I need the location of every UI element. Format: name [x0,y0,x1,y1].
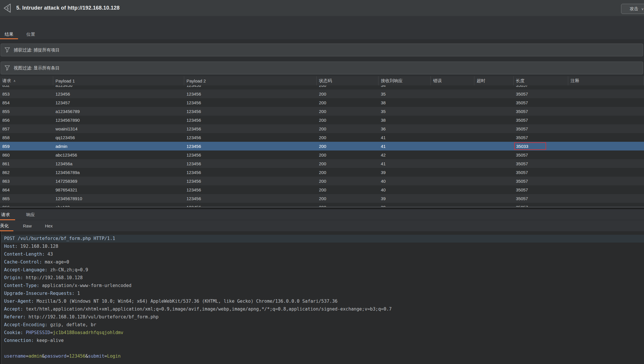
table-cell: 860 [0,150,53,159]
table-cell [431,124,474,133]
table-cell: 861 [0,159,53,168]
table-cell: 35057 [514,159,568,168]
table-cell: 38 [378,116,431,124]
attack-button[interactable]: 攻击 ∨ [621,4,644,14]
table-row[interactable]: 857woaini13141234562003635057 [0,124,644,133]
table-row[interactable]: 859admin1234562004135033 [0,142,644,150]
table-cell: 200 [317,133,378,142]
table-cell: 39 [378,194,431,203]
table-cell [568,150,644,159]
table-cell [431,142,474,150]
table-row[interactable]: 866abc1231234562003935057 [0,203,644,207]
request-line: Accept: text/html,application/xhtml+xml,… [1,305,644,313]
request-line: Referer: http://192.168.10.128/vul/burte… [1,313,644,321]
table-cell: 853 [0,89,53,98]
column-header-timeout[interactable]: 超时 [474,76,514,85]
tab-response-label: 响应 [26,212,35,218]
table-cell [431,85,474,89]
view-filter-bar[interactable]: 视图过滤: 显示所有条目 [1,62,643,74]
table-cell: 200 [317,185,378,194]
table-cell [568,98,644,107]
table-cell: 200 [317,168,378,177]
filter-funnel-icon [4,65,10,71]
table-cell: 858 [0,133,53,142]
capture-filter-bar[interactable]: 捕获过滤: 捕捉所有项目 [1,44,643,56]
table-row[interactable]: 855a1234567891234562003535057 [0,107,644,116]
table-cell [568,116,644,124]
table-cell: 866 [0,203,53,207]
table-cell [474,133,514,142]
table-row[interactable]: 858qq1234561234562004135057 [0,133,644,142]
table-cell: 200 [317,107,378,116]
column-header-status[interactable]: 状态码 [317,76,378,85]
table-row[interactable]: 8531234561234562003535057 [0,89,644,98]
request-editor[interactable]: POST /vul/burteforce/bf_form.php HTTP/1.… [0,231,644,364]
column-header-error[interactable]: 错误 [431,76,474,85]
table-row[interactable]: 865123456789101234562003935057 [0,194,644,203]
table-row[interactable]: 8649876543211234562004035057 [0,185,644,194]
table-row[interactable]: 861123456a1234562004135057 [0,159,644,168]
table-cell [568,89,644,98]
tab-positions[interactable]: 位置 [21,29,40,39]
table-cell: 123456 [184,116,317,124]
sort-ascending-icon: ∧ [13,79,16,83]
results-rows: 852a123456123456200343505785312345612345… [0,85,644,207]
intruder-window: { "header": { "title": "5. Intruder atta… [0,0,644,364]
column-header-length[interactable]: 长度 [514,76,568,85]
tab-hex[interactable]: Hex [41,220,57,231]
table-cell: 200 [317,116,378,124]
table-cell: 35057 [514,89,568,98]
table-cell [474,159,514,168]
table-cell [568,194,644,203]
column-header-payload2[interactable]: Payload 2 [184,76,317,85]
table-cell [474,150,514,159]
table-cell [474,107,514,116]
request-line: Content-Length: 43 [1,250,644,258]
request-line: Host: 192.168.10.128 [1,243,644,250]
table-cell [431,194,474,203]
request-line: Connection: keep-alive [1,337,644,345]
table-cell: 200 [317,203,378,207]
table-cell: admin [53,142,184,150]
tab-results[interactable]: 结果 [0,29,18,39]
table-cell: 123456 [184,203,317,207]
table-row[interactable]: 852a1234561234562003435057 [0,85,644,89]
panel-splitter[interactable] [0,207,644,209]
column-header-payload1[interactable]: Payload 1 [53,76,184,85]
table-cell: 123456 [184,159,317,168]
column-header-request[interactable]: 请求 ∧ [0,76,53,85]
tab-positions-label: 位置 [26,32,35,37]
table-row[interactable]: 8541234571234562003835057 [0,98,644,107]
table-cell: 34 [378,85,431,89]
request-line: Origin: http://192.168.10.128 [1,274,644,282]
table-cell [568,159,644,168]
request-line: Upgrade-Insecure-Requests: 1 [1,290,644,297]
tab-raw[interactable]: Raw [19,220,35,231]
column-header-comment[interactable]: 注释 [568,76,644,85]
table-cell [431,168,474,177]
table-cell [431,133,474,142]
table-cell: 200 [317,150,378,159]
filter-funnel-icon [4,47,10,53]
table-cell: 123456 [184,168,317,177]
table-row[interactable]: 860abc1234561234562004235057 [0,150,644,159]
view-filter-label: 视图过滤: 显示所有条目 [14,65,60,71]
table-cell: 864 [0,185,53,194]
tab-response[interactable]: 响应 [21,209,40,220]
table-cell: 123456 [184,89,317,98]
table-cell: a123456789 [53,107,184,116]
table-cell: 123456 [184,98,317,107]
table-cell: 35057 [514,168,568,177]
tab-pretty[interactable]: 美化 [0,220,13,231]
detail-tab-strip: 请求 响应 [0,209,644,220]
table-cell: 35 [378,89,431,98]
table-row[interactable]: 862123456789a1234562003935057 [0,168,644,177]
tab-request[interactable]: 请求 [0,209,15,220]
chevron-down-icon: ∨ [641,7,644,11]
column-header-received[interactable]: 接收到响应 [378,76,431,85]
table-row[interactable]: 85612345678901234562003835057 [0,116,644,124]
table-cell [431,116,474,124]
table-cell: 200 [317,177,378,185]
table-cell [474,98,514,107]
table-row[interactable]: 8631472583691234562004035057 [0,177,644,185]
